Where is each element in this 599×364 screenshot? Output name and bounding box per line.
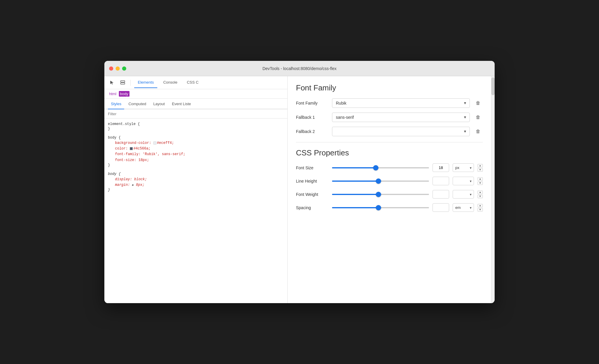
code-selector-body1: body { <box>108 136 284 140</box>
font-size-track <box>332 167 429 168</box>
font-size-spinner-down[interactable]: ▼ <box>477 168 483 172</box>
font-weight-input[interactable] <box>433 190 449 199</box>
subtab-event-listeners[interactable]: Event Liste <box>169 99 194 109</box>
code-prop-font-family[interactable]: font-family: 'Rubik', sans-serif; <box>108 152 284 157</box>
color-swatch-text <box>130 147 133 150</box>
subtab-layout[interactable]: Layout <box>150 99 168 109</box>
font-weight-slider-wrapper[interactable] <box>332 191 429 197</box>
filter-input[interactable] <box>108 112 284 116</box>
tab-console[interactable]: Console <box>160 77 181 88</box>
code-selector: element.style { <box>108 122 284 126</box>
css-properties-section: CSS Properties Font Size <box>296 148 483 212</box>
font-weight-unit-select[interactable]: 100 400 700 <box>453 190 474 199</box>
layers-icon[interactable] <box>119 79 127 87</box>
color-swatch-bg <box>153 142 156 144</box>
window-title: DevTools - localhost:8080/demo/css-flex <box>263 66 337 71</box>
spacing-spinner-up[interactable]: ▲ <box>477 204 483 207</box>
font-weight-fill <box>332 194 378 195</box>
code-block-element-style: element.style { } <box>104 121 287 132</box>
font-weight-spinner: ▲ ▼ <box>477 191 483 198</box>
font-weight-thumb[interactable] <box>376 192 381 197</box>
font-family-select-wrapper: Rubik Arial Georgia sans-serif ▼ <box>332 98 470 108</box>
font-family-select[interactable]: Rubik Arial Georgia sans-serif <box>332 98 470 108</box>
font-size-spinner-up[interactable]: ▲ <box>477 164 483 168</box>
breadcrumb-body[interactable]: body <box>119 91 129 97</box>
font-size-thumb[interactable] <box>373 165 378 170</box>
line-height-thumb[interactable] <box>376 178 381 184</box>
code-area: element.style { } body { background-colo… <box>104 118 287 303</box>
line-height-fill <box>332 181 378 182</box>
tab-elements[interactable]: Elements <box>134 77 157 88</box>
tab-css[interactable]: CSS C <box>183 77 202 88</box>
line-height-row: Line Height px em <box>296 177 483 185</box>
font-size-fill <box>332 167 376 168</box>
font-size-input[interactable] <box>433 163 449 172</box>
code-block-body-2: body { display: block; margin: ▶ 8px; } <box>104 171 287 193</box>
line-height-spinner: ▲ ▼ <box>477 177 483 185</box>
font-size-unit-wrapper: px em rem % ▼ <box>453 163 474 172</box>
font-family-section: Font Family Font Family Rubik Arial Geor… <box>296 83 483 136</box>
scrollbar-thumb[interactable] <box>491 77 495 95</box>
font-weight-spinner-down[interactable]: ▼ <box>477 195 483 198</box>
titlebar: DevTools - localhost:8080/demo/css-flex <box>104 61 495 76</box>
devtools-tabs: Elements Console CSS C <box>134 77 202 88</box>
line-height-input[interactable] <box>433 177 449 185</box>
fallback2-label: Fallback 2 <box>296 129 328 134</box>
fallback1-delete-btn[interactable]: 🗑 <box>473 113 483 122</box>
font-size-unit-select[interactable]: px em rem % <box>453 163 474 172</box>
traffic-lights <box>109 66 126 71</box>
code-prop-display[interactable]: display: block; <box>108 177 284 182</box>
font-family-row: Font Family Rubik Arial Georgia sans-ser… <box>296 98 483 108</box>
toolbar-divider <box>130 80 131 86</box>
spacing-unit-wrapper: em px rem % ▼ <box>453 203 474 212</box>
devtools-window: DevTools - localhost:8080/demo/css-flex <box>104 61 495 303</box>
svg-rect-0 <box>121 81 125 82</box>
font-weight-track <box>332 194 429 195</box>
font-family-delete-btn[interactable]: 🗑 <box>473 98 483 108</box>
code-prop-font-size[interactable]: font-size: 18px; <box>108 157 284 163</box>
close-button[interactable] <box>109 66 113 71</box>
fallback1-select[interactable]: sans-serif serif monospace cursive <box>332 113 470 122</box>
line-height-unit-select[interactable]: px em rem <box>453 177 474 185</box>
fallback1-row: Fallback 1 sans-serif serif monospace cu… <box>296 113 483 122</box>
line-height-label: Line Height <box>296 179 328 183</box>
fallback1-label: Fallback 1 <box>296 115 328 120</box>
code-brace-body2: } <box>108 188 284 192</box>
spacing-thumb[interactable] <box>376 205 381 210</box>
cursor-icon[interactable] <box>108 79 116 87</box>
code-prop-margin[interactable]: margin: ▶ 8px; <box>108 182 284 188</box>
code-brace: } <box>108 127 284 131</box>
code-prop-color[interactable]: color: #4c566a; <box>108 146 284 152</box>
spacing-input[interactable] <box>433 203 449 212</box>
fallback2-select[interactable]: sans-serif serif monospace <box>332 127 470 136</box>
font-size-row: Font Size px em rem <box>296 163 483 172</box>
font-weight-label: Font Weight <box>296 192 328 197</box>
left-panel: Elements Console CSS C html body <box>104 76 288 303</box>
subtab-styles[interactable]: Styles <box>108 99 124 109</box>
css-properties-title: CSS Properties <box>296 148 483 157</box>
minimize-button[interactable] <box>116 66 120 71</box>
breadcrumb-html[interactable]: html <box>108 91 118 97</box>
right-panel: Font Family Font Family Rubik Arial Geor… <box>288 76 491 303</box>
fallback2-delete-btn[interactable]: 🗑 <box>473 127 483 136</box>
subtab-computed[interactable]: Computed <box>125 99 149 109</box>
spacing-track <box>332 207 429 208</box>
fallback1-select-wrapper: sans-serif serif monospace cursive ▼ <box>332 113 470 122</box>
devtools-scrollbar[interactable] <box>491 76 495 303</box>
spacing-spinner-down[interactable]: ▼ <box>477 208 483 212</box>
line-height-spinner-down[interactable]: ▼ <box>477 181 483 185</box>
line-height-slider-wrapper[interactable] <box>332 178 429 184</box>
svg-rect-1 <box>121 83 125 84</box>
spacing-row: Spacing em px rem <box>296 203 483 212</box>
maximize-button[interactable] <box>122 66 126 71</box>
code-prop-bg-color[interactable]: background-color: #eceff4; <box>108 140 284 146</box>
font-size-slider-wrapper[interactable] <box>332 165 429 171</box>
fallback2-row: Fallback 2 sans-serif serif monospace ▼ … <box>296 127 483 136</box>
line-height-spinner-up[interactable]: ▲ <box>477 177 483 181</box>
spacing-fill <box>332 207 378 208</box>
devtools-body: Elements Console CSS C html body <box>104 76 495 303</box>
font-family-title: Font Family <box>296 83 483 92</box>
font-weight-spinner-up[interactable]: ▲ <box>477 191 483 194</box>
spacing-slider-wrapper[interactable] <box>332 205 429 211</box>
spacing-unit-select[interactable]: em px rem % <box>453 203 474 212</box>
